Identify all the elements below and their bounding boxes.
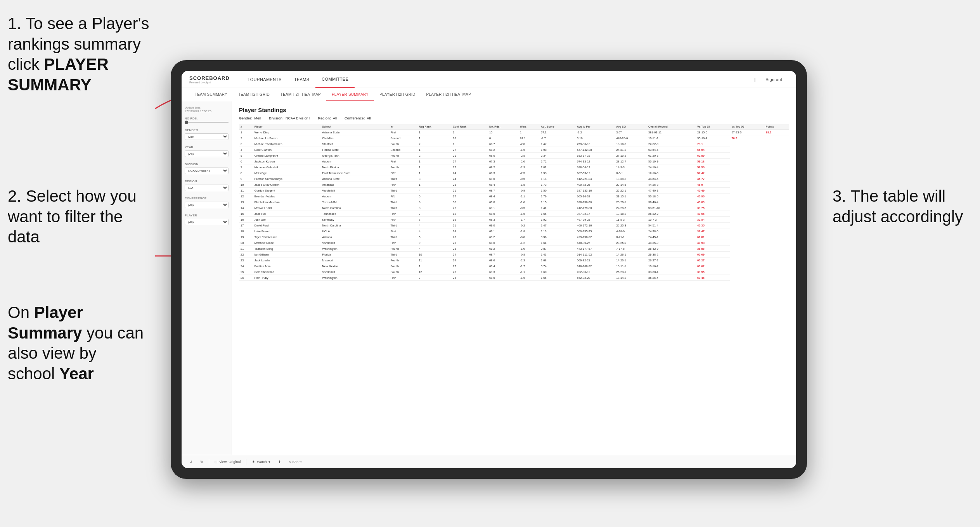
table-cell: 2.01	[539, 164, 575, 170]
table-cell: First	[389, 159, 417, 164]
nav-item-teams[interactable]: TEAMS	[288, 71, 315, 88]
table-cell: 1	[417, 263, 451, 269]
table-cell: Bastien Amat	[253, 263, 321, 269]
table-cell: 387-133-16	[575, 188, 615, 194]
player-standings-table: # Player School Yr Reg Rank Conf Rank No…	[239, 124, 789, 281]
slider-thumb	[185, 121, 188, 124]
table-cell: Jacob Skov Olesen	[253, 182, 321, 188]
col-yr: Yr	[389, 124, 417, 130]
table-cell: 30	[451, 199, 488, 205]
sub-nav-team-summary[interactable]: TEAM SUMMARY	[189, 88, 233, 101]
table-cell: 4	[239, 147, 253, 153]
year-select[interactable]: (All) First Second Third Fourth Fifth	[185, 150, 229, 157]
gender-select[interactable]: Men Women	[185, 133, 229, 140]
sidebar-conference: Conference (All)	[185, 197, 229, 208]
undo-btn[interactable]: ↺	[187, 459, 195, 465]
table-cell: 28-12-7	[615, 159, 647, 164]
table-cell: 69.0	[488, 223, 518, 228]
share-btn[interactable]: ⎋ Share	[287, 459, 304, 465]
table-cell: 26	[239, 275, 253, 281]
table-cell: 0.74	[539, 263, 575, 269]
col-adj-score: Adj. Score	[539, 124, 575, 130]
table-cell: 381-61-11	[647, 130, 696, 135]
table-cell: -1.8	[518, 228, 539, 234]
table-cell: 14-3-3	[615, 164, 647, 170]
table-cell: -0.5	[518, 176, 539, 182]
filter-division: Division: NCAA Division I	[269, 116, 310, 120]
table-cell: Fourth	[389, 164, 417, 170]
table-cell: Arizona State	[320, 130, 389, 135]
col-vs-top50: Vs Top 50	[730, 124, 764, 130]
table-cell: 68.0	[488, 153, 518, 159]
table-cell: 1.47	[539, 141, 575, 147]
table-cell: 1.56	[539, 275, 575, 281]
table-cell: Third	[389, 234, 417, 240]
table-cell: 1.13	[539, 228, 575, 234]
region-select[interactable]: N/A All	[185, 185, 229, 191]
table-cell: Georgia Tech	[320, 153, 389, 159]
col-vs-top25: Vs Top 25	[696, 124, 730, 130]
table-cell: 15	[488, 130, 518, 135]
table-cell: -2.3	[518, 164, 539, 170]
view-original-btn[interactable]: ⊞ View: Original	[212, 459, 243, 465]
table-row: 17David FordNorth CarolinaThird42169.0-0…	[239, 223, 789, 228]
table-cell: 1.50	[539, 188, 575, 194]
conference-select[interactable]: (All)	[185, 202, 229, 208]
table-cell: David Ford	[253, 223, 321, 228]
player-select[interactable]: (All)	[185, 219, 229, 225]
table-cell: 259-86-13	[575, 141, 615, 147]
table-row: 24Bastien AmatNew MexicoFourth12769.4-1.…	[239, 263, 789, 269]
table-cell: Jake Hall	[253, 211, 321, 217]
table-cell: 27	[451, 147, 488, 153]
table-cell: 40.98	[696, 240, 730, 246]
table-cell: 39.75	[696, 205, 730, 211]
table-cell: Mats Ege	[253, 170, 321, 176]
table-cell: 68.7	[488, 188, 518, 194]
table-cell: 27	[451, 159, 488, 164]
table-cell: Fourth	[389, 141, 417, 147]
view-icon: ⊞	[215, 460, 218, 464]
sub-nav-team-h2h-heatmap[interactable]: TEAM H2H HEATMAP	[275, 88, 326, 101]
sub-nav-player-h2h-heatmap[interactable]: PLAYER H2H HEATMAP	[421, 88, 476, 101]
nav-item-tournaments[interactable]: TOURNAMENTS	[241, 71, 288, 88]
division-select[interactable]: NCAA Division I	[185, 168, 229, 174]
table-cell: Alex Goff	[253, 217, 321, 223]
table-cell: 33-38-4	[647, 269, 696, 275]
export-btn[interactable]: ⬆	[276, 459, 284, 465]
table-cell: Jackson Koivun	[253, 159, 321, 164]
sub-nav-player-h2h-grid[interactable]: PLAYER H2H GRID	[374, 88, 421, 101]
table-cell: 60.27	[696, 257, 730, 263]
watch-btn[interactable]: 👁 Watch ▾	[249, 459, 272, 465]
table-cell: Stanford	[320, 141, 389, 147]
instruction-1-text: 1. To see a Player's rankings summary cl…	[8, 14, 149, 94]
table-cell: Fifth	[389, 217, 417, 223]
no-rds-slider[interactable]	[185, 122, 229, 123]
sub-nav-team-h2h-grid[interactable]: TEAM H2H GRID	[233, 88, 275, 101]
table-cell: First	[389, 130, 417, 135]
table-cell: 68.4	[488, 194, 518, 199]
nav-item-committee[interactable]: COMMITTEE	[315, 71, 355, 88]
table-cell: 21	[239, 246, 253, 252]
table-cell: 88.2	[764, 130, 789, 135]
sign-out-link[interactable]: Sign out	[759, 71, 788, 88]
table-cell: -1.7	[518, 217, 539, 223]
table-cell: 1.66	[539, 211, 575, 217]
table-cell: -0.5	[518, 205, 539, 211]
table-cell: 14	[239, 205, 253, 211]
table-cell: 18	[451, 211, 488, 217]
table-cell: Fourth	[389, 263, 417, 269]
sub-nav-player-summary[interactable]: PLAYER SUMMARY	[326, 88, 374, 101]
table-cell: New Mexico	[320, 263, 389, 269]
table-cell: 40.96	[696, 194, 730, 199]
table-cell: 698-54-13	[575, 164, 615, 170]
table-cell: 1.68	[539, 257, 575, 263]
table-cell: 1	[417, 147, 451, 153]
table-cell: -0.8	[518, 252, 539, 257]
instruction-3: 3. The table will adjust accordingly	[833, 186, 972, 227]
table-cell: 4	[417, 246, 451, 252]
table-cell: 10-7-3	[647, 217, 696, 223]
redo-btn[interactable]: ↻	[198, 459, 206, 465]
table-cell: 69.1	[488, 228, 518, 234]
table-cell: 28-15-0	[696, 130, 730, 135]
table-cell: Fourth	[389, 257, 417, 263]
